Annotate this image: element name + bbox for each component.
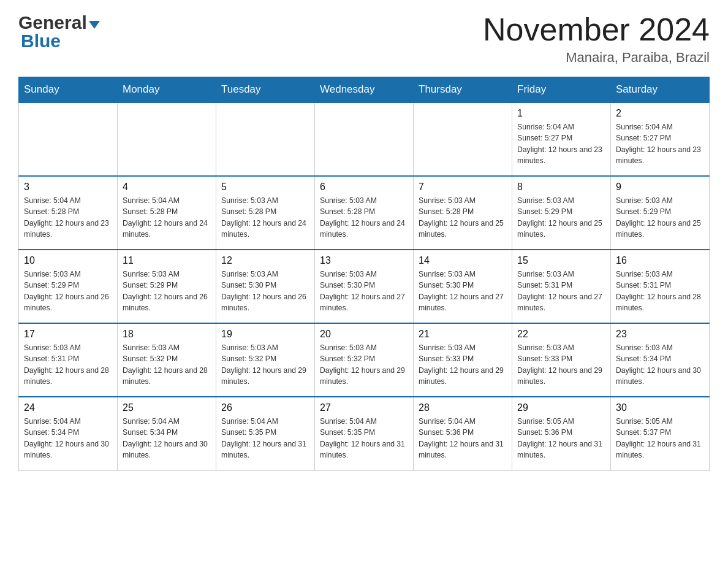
sunrise-text: Sunrise: 5:03 AM bbox=[419, 196, 476, 205]
daylight-text: Daylight: 12 hours and 24 minutes. bbox=[221, 219, 306, 239]
calendar-cell: 16Sunrise: 5:03 AMSunset: 5:31 PMDayligh… bbox=[611, 250, 710, 323]
day-number: 2 bbox=[616, 108, 704, 119]
sunrise-text: Sunrise: 5:04 AM bbox=[24, 196, 81, 205]
sunrise-text: Sunrise: 5:03 AM bbox=[517, 196, 574, 205]
sunrise-text: Sunrise: 5:03 AM bbox=[123, 343, 180, 352]
sunset-text: Sunset: 5:34 PM bbox=[123, 428, 178, 437]
day-number: 7 bbox=[419, 182, 507, 193]
month-title: November 2024 bbox=[483, 12, 710, 47]
day-info: Sunrise: 5:05 AMSunset: 5:37 PMDaylight:… bbox=[616, 416, 704, 461]
day-number: 20 bbox=[320, 329, 408, 340]
sunset-text: Sunset: 5:35 PM bbox=[221, 428, 276, 437]
day-info: Sunrise: 5:03 AMSunset: 5:31 PMDaylight:… bbox=[616, 269, 704, 313]
logo-blue: Blue bbox=[21, 31, 61, 52]
calendar-cell bbox=[315, 102, 414, 176]
day-number: 28 bbox=[419, 402, 507, 413]
day-number: 16 bbox=[616, 255, 704, 266]
week-row-5: 24Sunrise: 5:04 AMSunset: 5:34 PMDayligh… bbox=[19, 397, 710, 470]
calendar-cell: 3Sunrise: 5:04 AMSunset: 5:28 PMDaylight… bbox=[19, 176, 118, 250]
calendar-cell: 13Sunrise: 5:03 AMSunset: 5:30 PMDayligh… bbox=[315, 250, 414, 323]
sunset-text: Sunset: 5:31 PM bbox=[517, 281, 572, 289]
day-info: Sunrise: 5:05 AMSunset: 5:36 PMDaylight:… bbox=[517, 416, 605, 461]
calendar-cell: 10Sunrise: 5:03 AMSunset: 5:29 PMDayligh… bbox=[19, 250, 118, 323]
day-number: 9 bbox=[616, 182, 704, 193]
page-header: General Blue November 2024 Manaira, Para… bbox=[18, 12, 710, 66]
sunrise-text: Sunrise: 5:03 AM bbox=[24, 270, 81, 278]
calendar-cell: 8Sunrise: 5:03 AMSunset: 5:29 PMDaylight… bbox=[512, 176, 611, 250]
day-number: 1 bbox=[517, 108, 605, 119]
sunrise-text: Sunrise: 5:03 AM bbox=[24, 343, 81, 352]
day-info: Sunrise: 5:03 AMSunset: 5:34 PMDaylight:… bbox=[616, 342, 704, 387]
sunrise-text: Sunrise: 5:04 AM bbox=[221, 417, 278, 426]
sunrise-text: Sunrise: 5:03 AM bbox=[320, 270, 377, 278]
calendar-cell: 21Sunrise: 5:03 AMSunset: 5:33 PMDayligh… bbox=[414, 323, 512, 397]
day-number: 15 bbox=[517, 255, 605, 266]
calendar-cell bbox=[216, 102, 315, 176]
sunrise-text: Sunrise: 5:03 AM bbox=[320, 196, 377, 205]
calendar-cell: 18Sunrise: 5:03 AMSunset: 5:32 PMDayligh… bbox=[118, 323, 216, 397]
weekday-header-row: SundayMondayTuesdayWednesdayThursdayFrid… bbox=[19, 77, 710, 103]
daylight-text: Daylight: 12 hours and 25 minutes. bbox=[616, 219, 701, 239]
daylight-text: Daylight: 12 hours and 31 minutes. bbox=[419, 440, 504, 459]
sunset-text: Sunset: 5:33 PM bbox=[517, 354, 572, 363]
daylight-text: Daylight: 12 hours and 25 minutes. bbox=[419, 219, 504, 239]
week-row-4: 17Sunrise: 5:03 AMSunset: 5:31 PMDayligh… bbox=[19, 323, 710, 397]
day-info: Sunrise: 5:03 AMSunset: 5:29 PMDaylight:… bbox=[517, 195, 605, 240]
calendar-cell: 14Sunrise: 5:03 AMSunset: 5:30 PMDayligh… bbox=[414, 250, 512, 323]
calendar-cell: 25Sunrise: 5:04 AMSunset: 5:34 PMDayligh… bbox=[118, 397, 216, 470]
day-info: Sunrise: 5:03 AMSunset: 5:33 PMDaylight:… bbox=[517, 342, 605, 387]
daylight-text: Daylight: 12 hours and 24 minutes. bbox=[320, 219, 405, 239]
day-number: 3 bbox=[24, 182, 112, 193]
sunrise-text: Sunrise: 5:04 AM bbox=[24, 417, 81, 426]
sunset-text: Sunset: 5:28 PM bbox=[123, 207, 178, 216]
calendar-cell: 23Sunrise: 5:03 AMSunset: 5:34 PMDayligh… bbox=[611, 323, 710, 397]
sunset-text: Sunset: 5:27 PM bbox=[517, 134, 572, 142]
day-info: Sunrise: 5:04 AMSunset: 5:36 PMDaylight:… bbox=[419, 416, 507, 461]
daylight-text: Daylight: 12 hours and 30 minutes. bbox=[123, 440, 208, 459]
weekday-header-monday: Monday bbox=[118, 77, 216, 103]
day-number: 14 bbox=[419, 255, 507, 266]
calendar-cell: 29Sunrise: 5:05 AMSunset: 5:36 PMDayligh… bbox=[512, 397, 611, 470]
weekday-header-wednesday: Wednesday bbox=[315, 77, 414, 103]
weekday-header-saturday: Saturday bbox=[611, 77, 710, 103]
sunrise-text: Sunrise: 5:03 AM bbox=[419, 343, 476, 352]
day-number: 29 bbox=[517, 402, 605, 413]
sunset-text: Sunset: 5:31 PM bbox=[616, 281, 671, 289]
sunset-text: Sunset: 5:28 PM bbox=[24, 207, 79, 216]
day-info: Sunrise: 5:03 AMSunset: 5:32 PMDaylight:… bbox=[123, 342, 211, 387]
sunrise-text: Sunrise: 5:03 AM bbox=[616, 196, 673, 205]
daylight-text: Daylight: 12 hours and 26 minutes. bbox=[221, 293, 306, 312]
calendar-cell: 1Sunrise: 5:04 AMSunset: 5:27 PMDaylight… bbox=[512, 102, 611, 176]
title-block: November 2024 Manaira, Paraiba, Brazil bbox=[483, 12, 710, 66]
sunset-text: Sunset: 5:30 PM bbox=[419, 281, 474, 289]
day-info: Sunrise: 5:03 AMSunset: 5:31 PMDaylight:… bbox=[517, 269, 605, 313]
day-number: 18 bbox=[123, 329, 211, 340]
sunset-text: Sunset: 5:37 PM bbox=[616, 428, 671, 437]
sunset-text: Sunset: 5:36 PM bbox=[419, 428, 474, 437]
calendar-cell bbox=[414, 102, 512, 176]
calendar-cell: 19Sunrise: 5:03 AMSunset: 5:32 PMDayligh… bbox=[216, 323, 315, 397]
calendar-cell: 4Sunrise: 5:04 AMSunset: 5:28 PMDaylight… bbox=[118, 176, 216, 250]
day-number: 10 bbox=[24, 255, 112, 266]
sunset-text: Sunset: 5:29 PM bbox=[517, 207, 572, 216]
day-info: Sunrise: 5:03 AMSunset: 5:29 PMDaylight:… bbox=[24, 269, 112, 313]
day-info: Sunrise: 5:03 AMSunset: 5:32 PMDaylight:… bbox=[320, 342, 408, 387]
calendar-cell: 11Sunrise: 5:03 AMSunset: 5:29 PMDayligh… bbox=[118, 250, 216, 323]
day-number: 25 bbox=[123, 402, 211, 413]
sunrise-text: Sunrise: 5:04 AM bbox=[616, 123, 673, 131]
daylight-text: Daylight: 12 hours and 31 minutes. bbox=[221, 440, 306, 459]
calendar-cell: 26Sunrise: 5:04 AMSunset: 5:35 PMDayligh… bbox=[216, 397, 315, 470]
sunrise-text: Sunrise: 5:04 AM bbox=[123, 417, 180, 426]
sunset-text: Sunset: 5:32 PM bbox=[123, 354, 178, 363]
daylight-text: Daylight: 12 hours and 26 minutes. bbox=[24, 293, 109, 312]
day-number: 26 bbox=[221, 402, 309, 413]
daylight-text: Daylight: 12 hours and 30 minutes. bbox=[24, 440, 109, 459]
calendar-cell: 2Sunrise: 5:04 AMSunset: 5:27 PMDaylight… bbox=[611, 102, 710, 176]
sunset-text: Sunset: 5:31 PM bbox=[24, 354, 79, 363]
calendar-cell: 27Sunrise: 5:04 AMSunset: 5:35 PMDayligh… bbox=[315, 397, 414, 470]
calendar-cell: 28Sunrise: 5:04 AMSunset: 5:36 PMDayligh… bbox=[414, 397, 512, 470]
day-number: 19 bbox=[221, 329, 309, 340]
calendar-cell: 7Sunrise: 5:03 AMSunset: 5:28 PMDaylight… bbox=[414, 176, 512, 250]
sunset-text: Sunset: 5:28 PM bbox=[419, 207, 474, 216]
weekday-header-tuesday: Tuesday bbox=[216, 77, 315, 103]
